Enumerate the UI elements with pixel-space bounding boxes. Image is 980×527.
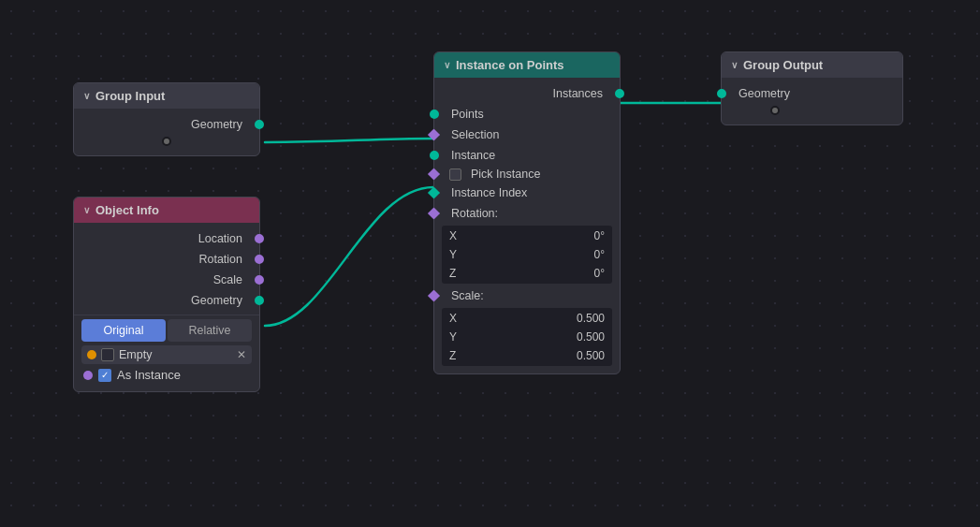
instances-output-row: Instances <box>434 83 620 104</box>
rotation-socket[interactable] <box>255 255 264 264</box>
relative-button[interactable]: Relative <box>168 319 252 342</box>
instance-input-socket[interactable] <box>430 151 439 160</box>
go-geometry-label: Geometry <box>739 87 790 100</box>
instance-index-socket[interactable] <box>428 187 440 199</box>
object-info-header[interactable]: ∨ Object Info <box>74 198 259 223</box>
go-gray-socket <box>770 106 780 115</box>
pick-instance-socket[interactable] <box>428 168 440 181</box>
instances-output-socket[interactable] <box>615 89 624 98</box>
as-instance-row: ✓ As Instance <box>81 366 252 384</box>
selection-input-socket[interactable] <box>428 129 440 141</box>
object-color-dot <box>87 350 96 359</box>
selection-input-row: Selection <box>434 124 620 145</box>
scale-fields: X 0.500 Y 0.500 Z 0.500 <box>442 308 612 366</box>
instance-label: Instance <box>451 149 495 162</box>
selection-label: Selection <box>451 128 499 141</box>
pick-instance-label: Pick Instance <box>471 168 540 181</box>
group-output-body: Geometry <box>722 78 902 124</box>
scale-section-label: Scale: <box>451 289 484 302</box>
group-output-header[interactable]: ∨ Group Output <box>722 52 902 78</box>
scale-section-row: Scale: <box>434 285 620 306</box>
instances-output-label: Instances <box>552 87 603 100</box>
scale-y-field[interactable]: Y 0.500 <box>442 328 612 346</box>
rotation-z-label: Z <box>449 267 594 280</box>
scale-z-value: 0.500 <box>577 349 605 362</box>
scale-z-label: Z <box>449 349 577 362</box>
instance-on-points-body: Instances Points Selection Instance Pick… <box>434 78 620 373</box>
rotation-z-value: 0° <box>594 267 605 280</box>
chevron-icon: ∨ <box>83 91 90 101</box>
scale-z-field[interactable]: Z 0.500 <box>442 346 612 365</box>
original-button[interactable]: Original <box>81 319 166 342</box>
rotation-z-field[interactable]: Z 0° <box>442 264 612 283</box>
chevron-icon: ∨ <box>83 205 90 215</box>
object-info-body: Location Rotation Scale Geometry Origina… <box>74 223 259 391</box>
go-geometry-row: Geometry <box>722 83 902 104</box>
gray-dot-socket <box>162 137 171 146</box>
instance-index-row: Instance Index <box>434 183 620 203</box>
scale-x-value: 0.500 <box>577 312 605 325</box>
chevron-icon: ∨ <box>731 60 738 70</box>
pick-instance-checkbox[interactable] <box>449 168 461 181</box>
rotation-x-field[interactable]: X 0° <box>442 227 612 245</box>
rotation-section-label: Rotation: <box>451 207 498 220</box>
rotation-x-label: X <box>449 229 594 242</box>
go-geometry-socket[interactable] <box>717 89 726 98</box>
rotation-y-value: 0° <box>594 248 605 261</box>
object-info-node: ∨ Object Info Location Rotation Scale Ge… <box>73 197 260 392</box>
instance-input-row: Instance <box>434 145 620 166</box>
chevron-icon: ∨ <box>444 60 450 70</box>
location-socket[interactable] <box>255 234 264 243</box>
rotation-fields: X 0° Y 0° Z 0° <box>442 226 612 284</box>
scale-y-label: Y <box>449 330 577 344</box>
obj-geometry-label: Geometry <box>191 294 242 307</box>
go-gray-row <box>722 104 902 119</box>
rotation-y-field[interactable]: Y 0° <box>442 245 612 264</box>
mode-buttons: Original Relative <box>81 319 252 342</box>
object-name-row[interactable]: Empty ✕ <box>81 345 252 364</box>
geometry-output-label: Geometry <box>191 118 242 131</box>
scale-x-field[interactable]: X 0.500 <box>442 309 612 328</box>
geometry-output-socket[interactable] <box>255 120 264 129</box>
group-input-title: Group Input <box>95 89 165 103</box>
obj-geometry-row: Geometry <box>74 290 259 311</box>
rotation-label: Rotation <box>198 253 242 266</box>
points-input-row: Points <box>434 104 620 124</box>
scale-input-socket[interactable] <box>428 290 440 302</box>
rotation-input-socket[interactable] <box>428 208 440 220</box>
object-close-button[interactable]: ✕ <box>237 348 246 361</box>
geometry-output-row: Geometry <box>74 114 259 135</box>
rotation-y-label: Y <box>449 248 594 261</box>
object-icon <box>101 348 114 361</box>
group-input-header[interactable]: ∨ Group Input <box>74 83 259 109</box>
pick-instance-row: Pick Instance <box>434 166 620 183</box>
rotation-x-value: 0° <box>594 229 605 242</box>
as-instance-checkbox[interactable]: ✓ <box>98 369 111 382</box>
instance-on-points-title: Instance on Points <box>456 58 564 72</box>
points-input-socket[interactable] <box>430 110 439 119</box>
divider <box>74 315 259 315</box>
scale-label: Scale <box>213 273 242 286</box>
scale-socket[interactable] <box>255 275 264 285</box>
group-input-body: Geometry <box>74 109 259 155</box>
object-name: Empty <box>119 348 232 361</box>
gray-socket-row <box>74 135 259 150</box>
location-label: Location <box>198 232 242 245</box>
instance-on-points-header[interactable]: ∨ Instance on Points <box>434 52 620 78</box>
instance-on-points-node: ∨ Instance on Points Instances Points Se… <box>433 51 621 374</box>
points-label: Points <box>451 108 484 121</box>
object-info-title: Object Info <box>95 203 159 217</box>
scale-x-label: X <box>449 312 577 325</box>
instance-index-label: Instance Index <box>451 186 527 199</box>
rotation-section-row: Rotation: <box>434 203 620 224</box>
as-instance-label: As Instance <box>117 368 181 382</box>
scale-row: Scale <box>74 270 259 290</box>
as-instance-socket <box>83 371 93 380</box>
group-input-node: ∨ Group Input Geometry <box>73 82 260 156</box>
scale-y-value: 0.500 <box>577 330 605 344</box>
group-output-title: Group Output <box>743 58 823 72</box>
location-row: Location <box>74 228 259 249</box>
obj-geometry-socket[interactable] <box>255 296 264 305</box>
rotation-row: Rotation <box>74 249 259 270</box>
group-output-node: ∨ Group Output Geometry <box>721 51 903 125</box>
